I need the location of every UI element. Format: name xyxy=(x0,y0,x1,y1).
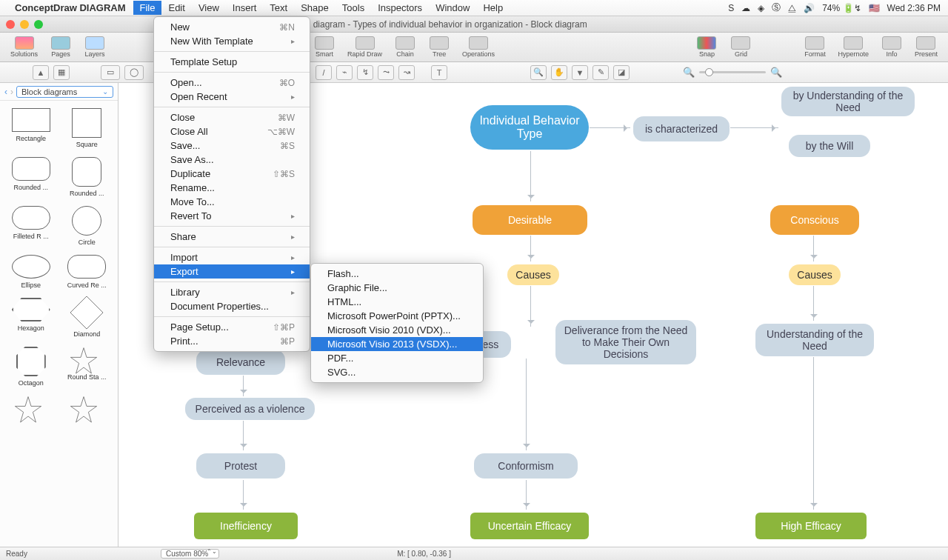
file-menu-item[interactable]: Close⌘W xyxy=(154,110,310,124)
node-inefficiency[interactable]: Inefficiency xyxy=(194,513,298,539)
shape-Rounded ...[interactable]: Rounded ... xyxy=(4,154,58,200)
file-menu-item[interactable]: Library xyxy=(154,285,310,299)
tool-eyedropper[interactable]: ✎ xyxy=(592,65,609,80)
tool-conn3[interactable]: ⤳ xyxy=(378,65,394,80)
node-conformism[interactable]: Conformism xyxy=(474,453,578,479)
export-menu-item[interactable]: Microsoft PowerPoint (PPTX)... xyxy=(311,309,483,323)
flag-icon[interactable]: 🇺🇸 xyxy=(869,3,880,13)
nav-fwd-icon[interactable]: › xyxy=(10,87,13,97)
file-menu-item[interactable]: Close All⌥⌘W xyxy=(154,124,310,139)
menu-edit[interactable]: Edit xyxy=(161,1,191,15)
tool-hand[interactable]: ✋ xyxy=(551,65,567,80)
menu-help[interactable]: Help xyxy=(476,1,510,15)
file-menu-item[interactable]: Rename... xyxy=(154,181,310,195)
shape-Hexagon[interactable]: Hexagon xyxy=(4,295,58,341)
file-menu-item[interactable]: Import xyxy=(154,250,310,264)
siri-icon[interactable]: S xyxy=(728,3,734,13)
close-button[interactable] xyxy=(6,20,15,29)
zoom-out-icon[interactable]: 🔍 xyxy=(683,67,695,78)
node-by-will[interactable]: by the Will xyxy=(789,135,870,157)
shape-item[interactable] xyxy=(61,393,114,425)
file-menu-item[interactable]: Open...⌘O xyxy=(154,76,310,90)
node-uncertain[interactable]: Uncertain Efficacy xyxy=(470,513,589,539)
node-by-understanding[interactable]: by Understanding of the Need xyxy=(781,87,915,116)
menu-window[interactable]: Window xyxy=(429,1,476,15)
node-deliverance[interactable]: Deliverance from the Need to Make Their … xyxy=(555,320,696,364)
dropbox-icon[interactable]: ◈ xyxy=(758,3,764,13)
zoom-select[interactable]: Custom 80% xyxy=(161,549,219,559)
tool-text[interactable]: T xyxy=(431,65,447,80)
tb-tree[interactable]: Tree xyxy=(424,36,455,59)
file-menu-item[interactable]: New⌘N xyxy=(154,20,310,34)
tb-layers[interactable]: Layers xyxy=(79,36,110,59)
tool-stamp[interactable]: ▼ xyxy=(572,65,588,80)
tb-pages[interactable]: Pages xyxy=(45,36,76,59)
export-menu-item[interactable]: SVG... xyxy=(311,365,483,379)
node-understanding[interactable]: Understanding of the Need xyxy=(755,324,874,356)
file-menu-item[interactable]: Share xyxy=(154,230,310,244)
clock[interactable]: Wed 2:36 PM xyxy=(887,3,941,13)
tool-ellipse[interactable]: ◯ xyxy=(124,65,144,80)
shape-Diamond[interactable]: Diamond xyxy=(61,295,114,341)
menu-text[interactable]: Text xyxy=(263,1,294,15)
tool-pointer[interactable]: ▲ xyxy=(33,65,49,80)
tool-zoom-in[interactable]: 🔍 xyxy=(530,65,547,80)
node-perceived[interactable]: Perceived as a violence xyxy=(185,398,315,420)
node-relevance[interactable]: Relevance xyxy=(196,350,285,375)
tool-conn1[interactable]: ⌁ xyxy=(336,65,353,80)
tb-format[interactable]: Format xyxy=(799,36,830,59)
node-high[interactable]: High Efficacy xyxy=(755,513,867,539)
zoom-slider[interactable]: 🔍 🔍 xyxy=(683,67,782,78)
zoom-in-icon[interactable]: 🔍 xyxy=(770,67,782,78)
file-menu-item[interactable]: Save...⌘S xyxy=(154,139,310,153)
tool-conn2[interactable]: ↯ xyxy=(357,65,373,80)
wifi-icon[interactable]: ⧋ xyxy=(788,3,796,13)
tb-solutions[interactable]: Solutions xyxy=(6,36,42,59)
app-name[interactable]: ConceptDraw DIAGRAM xyxy=(15,2,126,13)
node-ib-type[interactable]: Individual Behavior Type xyxy=(470,105,589,150)
tool-rect[interactable]: ▭ xyxy=(101,65,120,80)
tool-eraser[interactable]: ◪ xyxy=(613,65,630,80)
menu-shape[interactable]: Shape xyxy=(294,1,336,15)
volume-icon[interactable]: 🔊 xyxy=(804,3,815,13)
tb-smart[interactable]: Smart xyxy=(309,36,340,59)
file-menu-item[interactable]: Duplicate⇧⌘S xyxy=(154,167,310,181)
node-desirable[interactable]: Desirable xyxy=(473,205,587,235)
file-menu-item[interactable]: Document Properties... xyxy=(154,299,310,313)
menu-inspectors[interactable]: Inspectors xyxy=(371,1,429,15)
tb-hypernote[interactable]: Hypernote xyxy=(833,36,873,59)
export-menu-item[interactable]: Graphic File... xyxy=(311,281,483,295)
node-protest[interactable]: Protest xyxy=(196,453,285,479)
cloud-icon[interactable]: ☁ xyxy=(741,3,750,13)
skype-icon[interactable]: Ⓢ xyxy=(772,1,781,14)
battery[interactable]: 74% 🔋↯ xyxy=(822,3,861,13)
file-menu-item[interactable]: Save As... xyxy=(154,153,310,167)
shape-Rounded ...[interactable]: Rounded ... xyxy=(61,154,114,200)
tb-grid[interactable]: Grid xyxy=(725,36,756,59)
shape-Filleted R ...[interactable]: Filleted R ... xyxy=(4,203,58,249)
minimize-button[interactable] xyxy=(20,20,29,29)
shape-Curved Re ...[interactable]: Curved Re ... xyxy=(61,252,114,292)
node-conscious[interactable]: Conscious xyxy=(770,205,859,235)
shape-Rectangle[interactable]: Rectangle xyxy=(4,105,58,151)
node-characterized[interactable]: is characterized xyxy=(633,116,730,141)
file-menu-item[interactable]: Move To... xyxy=(154,195,310,209)
nav-back-icon[interactable]: ‹ xyxy=(4,87,7,97)
tool-select[interactable]: ▦ xyxy=(53,65,70,80)
export-menu-item[interactable]: PDF... xyxy=(311,351,483,365)
shape-item[interactable] xyxy=(4,393,58,425)
zoom-button[interactable] xyxy=(34,20,43,29)
tb-rapid-draw[interactable]: Rapid Draw xyxy=(343,36,387,59)
tb-snap[interactable]: Snap xyxy=(691,36,722,59)
tb-operations[interactable]: Operations xyxy=(458,36,499,59)
file-menu-item[interactable]: Open Recent xyxy=(154,90,310,104)
node-causes1[interactable]: Causes xyxy=(507,264,559,285)
file-menu-item[interactable]: Template Setup xyxy=(154,55,310,69)
file-menu-item[interactable]: New With Template xyxy=(154,34,310,48)
menu-insert[interactable]: Insert xyxy=(226,1,264,15)
tb-present[interactable]: Present xyxy=(910,36,942,59)
file-menu-item[interactable]: Export xyxy=(154,264,310,279)
tool-line[interactable]: / xyxy=(316,65,332,80)
export-menu-item[interactable]: Microsoft Visio 2013 (VSDX)... xyxy=(311,337,483,351)
export-menu-item[interactable]: HTML... xyxy=(311,295,483,309)
